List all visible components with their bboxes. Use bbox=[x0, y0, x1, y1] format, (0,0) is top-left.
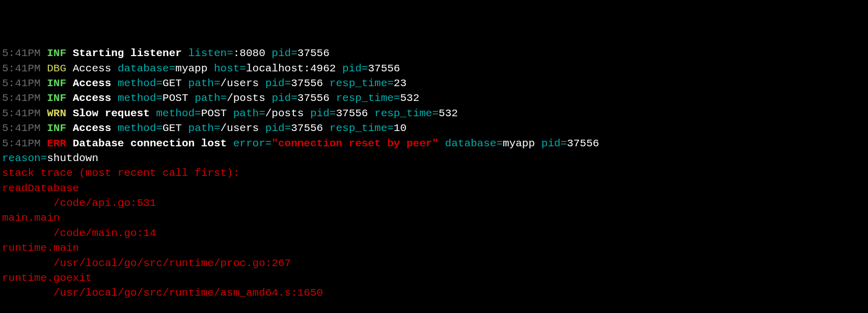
timestamp: 5:41PM bbox=[2, 138, 41, 149]
log-level: WRN bbox=[47, 108, 66, 119]
field-value: 10 bbox=[394, 122, 406, 134]
field-key: resp_time= bbox=[374, 108, 439, 119]
field-key: pid= bbox=[541, 138, 567, 149]
field-value: 37556 bbox=[297, 92, 330, 104]
field-value: 37556 bbox=[368, 63, 400, 74]
field-value: GET bbox=[162, 122, 182, 134]
field-value: 37556 bbox=[336, 108, 368, 119]
field-value: /users bbox=[221, 77, 259, 89]
field-key: path= bbox=[195, 92, 227, 104]
field-key: method= bbox=[118, 77, 162, 89]
field-value: POST bbox=[201, 108, 227, 119]
log-line: 5:41PM WRN Slow request method=POST path… bbox=[2, 106, 866, 121]
field-key: path= bbox=[188, 122, 221, 134]
field-key: pid= bbox=[265, 122, 291, 134]
log-line: 5:41PM INF Starting listener listen=:808… bbox=[2, 46, 866, 61]
field-value: myapp bbox=[175, 63, 207, 74]
stack-frame-loc: /code/api.go:531 bbox=[2, 196, 866, 211]
log-line: 5:41PM INF Access method=POST path=/post… bbox=[2, 91, 866, 106]
field-value: 532 bbox=[439, 108, 458, 119]
field-value: 37556 bbox=[567, 138, 599, 149]
field-key: host= bbox=[214, 63, 246, 74]
field-key: method= bbox=[156, 108, 201, 119]
field-key: method= bbox=[118, 92, 162, 104]
log-message: Access bbox=[73, 92, 112, 104]
log-level: INF bbox=[47, 92, 66, 104]
timestamp: 5:41PM bbox=[2, 108, 41, 119]
field-key: pid= bbox=[265, 77, 291, 89]
field-key: path= bbox=[233, 108, 265, 119]
field-key: method= bbox=[118, 122, 162, 134]
field-value: shutdown bbox=[47, 152, 98, 164]
field-value: myapp bbox=[503, 138, 535, 149]
field-key: pid= bbox=[342, 63, 368, 74]
field-key: pid= bbox=[272, 92, 297, 104]
log-message: Starting listener bbox=[73, 47, 182, 59]
field-value: POST bbox=[162, 92, 188, 104]
field-value: 37556 bbox=[291, 77, 323, 89]
log-message: Access bbox=[73, 122, 112, 134]
field-key: error= bbox=[233, 138, 272, 149]
log-message: Access bbox=[73, 77, 112, 89]
timestamp: 5:41PM bbox=[2, 47, 41, 59]
field-key: listen= bbox=[188, 47, 233, 59]
field-key: resp_time= bbox=[330, 77, 394, 89]
timestamp: 5:41PM bbox=[2, 63, 41, 74]
field-key: database= bbox=[118, 63, 175, 74]
field-value: 37556 bbox=[297, 47, 330, 59]
stack-frame-fn: readDatabase bbox=[2, 181, 866, 196]
log-message: Database connection lost bbox=[73, 138, 227, 149]
field-key: path= bbox=[188, 77, 221, 89]
log-line-wrap: reason=shutdown bbox=[2, 151, 866, 166]
field-key: reason= bbox=[2, 152, 47, 164]
field-key: resp_time= bbox=[336, 92, 400, 104]
field-value: localhost:4962 bbox=[246, 63, 336, 74]
field-value: /users bbox=[221, 122, 259, 134]
field-value: /posts bbox=[265, 108, 304, 119]
stack-frame-loc: /code/main.go:14 bbox=[2, 226, 866, 241]
stack-frame-fn: runtime.main bbox=[2, 241, 866, 255]
field-key: resp_time= bbox=[330, 122, 394, 134]
field-key: pid= bbox=[272, 47, 297, 59]
field-key: pid= bbox=[310, 108, 336, 119]
log-output: 5:41PM INF Starting listener listen=:808… bbox=[2, 46, 866, 301]
stack-frame-loc: /usr/local/go/src/runtime/asm_amd64.s:16… bbox=[2, 285, 866, 300]
log-line: 5:41PM INF Access method=GET path=/users… bbox=[2, 121, 866, 136]
field-value: 23 bbox=[394, 77, 406, 89]
stack-frame-loc: /usr/local/go/src/runtime/proc.go:267 bbox=[2, 256, 866, 271]
field-value: 532 bbox=[400, 92, 419, 104]
field-key: database= bbox=[445, 138, 503, 149]
log-line: 5:41PM ERR Database connection lost erro… bbox=[2, 136, 866, 151]
timestamp: 5:41PM bbox=[2, 77, 41, 89]
log-level: ERR bbox=[47, 138, 66, 149]
stack-trace-header: stack trace (most recent call first): bbox=[2, 166, 866, 180]
stack-frame-fn: main.main bbox=[2, 211, 866, 225]
log-line: 5:41PM DBG Access database=myapp host=lo… bbox=[2, 61, 866, 76]
log-level: INF bbox=[47, 77, 66, 89]
timestamp: 5:41PM bbox=[2, 122, 41, 134]
log-level: DBG bbox=[47, 63, 66, 74]
field-value: GET bbox=[162, 77, 182, 89]
timestamp: 5:41PM bbox=[2, 92, 41, 104]
log-message: Slow request bbox=[73, 108, 150, 119]
field-value: :8080 bbox=[233, 47, 265, 59]
field-value: /posts bbox=[227, 92, 265, 104]
log-message: Access bbox=[73, 63, 112, 74]
field-value: "connection reset by peer" bbox=[272, 138, 439, 149]
stack-frame-fn: runtime.goexit bbox=[2, 271, 866, 285]
log-line: 5:41PM INF Access method=GET path=/users… bbox=[2, 76, 866, 91]
field-value: 37556 bbox=[291, 122, 323, 134]
log-level: INF bbox=[47, 122, 66, 134]
log-level: INF bbox=[47, 47, 66, 59]
